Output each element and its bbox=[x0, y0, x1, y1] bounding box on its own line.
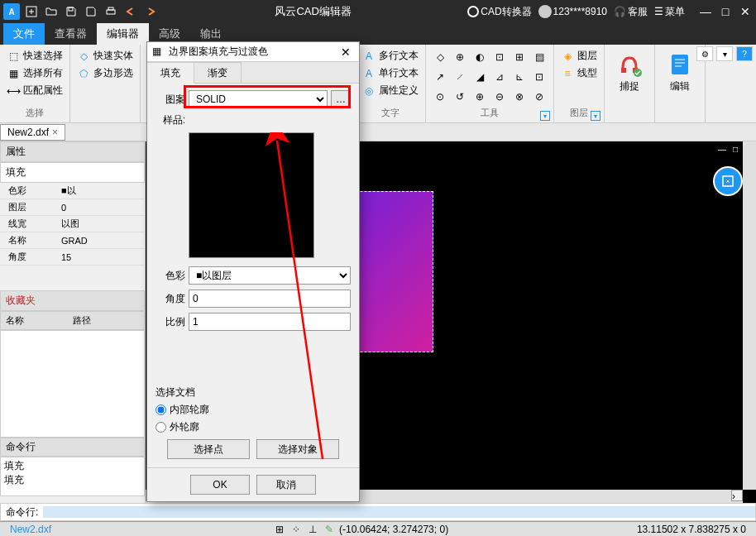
save-as-icon[interactable] bbox=[83, 3, 99, 20]
minimize-button[interactable]: — bbox=[698, 4, 713, 19]
tool-icon[interactable]: ⊖ bbox=[490, 88, 509, 106]
undo-icon[interactable] bbox=[122, 3, 139, 20]
match-props-button[interactable]: ⟷匹配属性 bbox=[5, 83, 65, 98]
command-prompt: 命令行: bbox=[1, 505, 43, 519]
close-button[interactable]: ✕ bbox=[738, 4, 753, 19]
close-tab-icon[interactable]: × bbox=[52, 127, 58, 138]
scale-label: 比例 bbox=[156, 315, 185, 329]
user-info[interactable]: 123****8910 bbox=[538, 5, 607, 18]
tool-icon[interactable]: ⊗ bbox=[510, 88, 529, 106]
maximize-button[interactable]: □ bbox=[718, 4, 733, 19]
tool-icon[interactable]: ⟋ bbox=[451, 68, 469, 86]
dialog-close-button[interactable]: ✕ bbox=[337, 45, 354, 59]
select-all-button[interactable]: ▦选择所有 bbox=[5, 65, 65, 81]
property-row[interactable]: 线宽以图 bbox=[0, 216, 145, 232]
command-history: 填充 填充 bbox=[0, 457, 145, 496]
layer-button[interactable]: ◈图层 bbox=[559, 48, 599, 64]
property-row[interactable]: 角度15 bbox=[0, 249, 145, 266]
print-icon[interactable] bbox=[103, 3, 119, 20]
property-row[interactable]: 图层0 bbox=[0, 199, 145, 216]
command-title: 命令行 bbox=[0, 438, 145, 457]
tool-icon[interactable]: ↺ bbox=[451, 88, 469, 106]
poly-select-button[interactable]: ⬠多边形选 bbox=[75, 65, 135, 81]
ribbon-customize-icon[interactable]: ⚙ bbox=[696, 46, 713, 61]
pattern-select[interactable]: SOLID bbox=[189, 90, 328, 108]
edit-button[interactable]: 编辑 bbox=[660, 48, 700, 97]
save-icon[interactable] bbox=[63, 3, 79, 20]
snap-button[interactable]: 捕捉 bbox=[610, 48, 649, 97]
status-ortho-icon[interactable]: ⊥ bbox=[306, 523, 319, 536]
tab-file[interactable]: 文件 bbox=[3, 23, 45, 45]
open-icon[interactable] bbox=[43, 3, 60, 20]
layer-expand-icon[interactable]: ▾ bbox=[591, 111, 600, 121]
internal-contour-radio[interactable] bbox=[156, 404, 166, 415]
tool-icon[interactable]: ↗ bbox=[431, 68, 449, 86]
tab-viewer[interactable]: 查看器 bbox=[45, 23, 97, 45]
angle-input[interactable] bbox=[189, 290, 351, 308]
status-snap-icon[interactable]: ⁘ bbox=[289, 523, 303, 536]
tool-icon[interactable]: ⊡ bbox=[530, 68, 548, 86]
pattern-label: 图案 bbox=[156, 93, 185, 107]
attr-def-button[interactable]: ◎属性定义 bbox=[361, 83, 420, 98]
app-title: 风云CAD编辑器 bbox=[159, 4, 467, 19]
dialog-tab-gradient[interactable]: 渐变 bbox=[194, 62, 242, 83]
tool-icon[interactable]: ◢ bbox=[471, 68, 489, 86]
tab-editor[interactable]: 编辑器 bbox=[97, 23, 149, 45]
dialog-title: 边界图案填充与过渡色 bbox=[169, 45, 337, 59]
cad-converter-button[interactable]: CAD转换器 bbox=[467, 5, 531, 19]
svg-rect-5 bbox=[108, 7, 113, 10]
fill-label: 填充 bbox=[0, 162, 145, 183]
col-name: 名称 bbox=[6, 314, 73, 327]
new-icon[interactable] bbox=[23, 3, 40, 20]
dialog-tab-fill[interactable]: 填充 bbox=[147, 62, 194, 84]
tool-icon[interactable]: ⊿ bbox=[490, 68, 509, 86]
status-filename: New2.dxf bbox=[3, 524, 58, 535]
select-object-button[interactable]: 选择对象 bbox=[256, 439, 339, 459]
favorites-title[interactable]: 收藏夹 bbox=[0, 290, 145, 311]
canvas-maximize-icon[interactable]: □ bbox=[730, 143, 741, 155]
property-row[interactable]: 色彩■以 bbox=[0, 183, 145, 199]
canvas-view-button[interactable] bbox=[713, 166, 743, 196]
status-grid-icon[interactable]: ⊞ bbox=[273, 523, 286, 536]
tool-icon[interactable]: ◐ bbox=[471, 48, 489, 66]
ribbon-help-icon[interactable]: ? bbox=[736, 46, 753, 61]
tool-icon[interactable]: ⊕ bbox=[471, 88, 489, 106]
support-button[interactable]: 🎧客服 bbox=[614, 5, 648, 19]
canvas-minimize-icon[interactable]: — bbox=[716, 143, 728, 155]
select-group-label: 选择 bbox=[5, 107, 65, 119]
property-row[interactable]: 名称GRAD bbox=[0, 232, 145, 249]
hatch-dialog: ▦ 边界图案填充与过渡色 ✕ 填充 渐变 图案 SOLID … 样品: 色彩 ■… bbox=[146, 41, 360, 502]
status-polar-icon[interactable]: ✎ bbox=[323, 523, 336, 536]
redo-icon[interactable] bbox=[142, 3, 159, 20]
tool-icon[interactable]: ◇ bbox=[431, 48, 449, 66]
multiline-text-button[interactable]: A多行文本 bbox=[361, 48, 420, 64]
svg-rect-3 bbox=[69, 7, 73, 11]
tool-icon[interactable]: ⊡ bbox=[490, 48, 509, 66]
tool-icon[interactable]: ⊙ bbox=[431, 88, 449, 106]
pattern-preview bbox=[189, 132, 314, 258]
document-tab[interactable]: New2.dxf× bbox=[0, 124, 65, 141]
quick-entity-button[interactable]: ◇快速实体 bbox=[75, 48, 135, 64]
titlebar: A 风云CAD编辑器 CAD转换器 123****8910 🎧客服 ☰菜单 — … bbox=[0, 0, 756, 23]
scale-input[interactable] bbox=[189, 313, 351, 331]
tool-icon[interactable]: ▤ bbox=[530, 48, 548, 66]
vertical-scrollbar[interactable] bbox=[743, 141, 756, 490]
select-point-button[interactable]: 选择点 bbox=[167, 439, 250, 459]
external-contour-radio[interactable] bbox=[156, 422, 166, 433]
tool-icon[interactable]: ⊾ bbox=[510, 68, 529, 86]
command-input[interactable] bbox=[43, 506, 755, 518]
ribbon-expand-icon[interactable]: ▾ bbox=[716, 46, 733, 61]
tool-icon[interactable]: ⊞ bbox=[510, 48, 529, 66]
menu-button[interactable]: ☰菜单 bbox=[654, 5, 685, 19]
linetype-button[interactable]: ≡线型 bbox=[559, 65, 599, 81]
quick-select-button[interactable]: ⬚快速选择 bbox=[5, 48, 65, 64]
tool-icon[interactable]: ⊘ bbox=[530, 88, 548, 106]
app-logo: A bbox=[3, 3, 20, 20]
pattern-browse-button[interactable]: … bbox=[331, 90, 351, 108]
tool-icon[interactable]: ⊕ bbox=[451, 48, 469, 66]
color-select[interactable]: ■以图层 bbox=[189, 266, 351, 285]
tools-expand-icon[interactable]: ▾ bbox=[540, 111, 550, 121]
cancel-button[interactable]: 取消 bbox=[256, 475, 316, 495]
ok-button[interactable]: OK bbox=[190, 475, 250, 495]
single-line-text-button[interactable]: A单行文本 bbox=[361, 65, 420, 81]
